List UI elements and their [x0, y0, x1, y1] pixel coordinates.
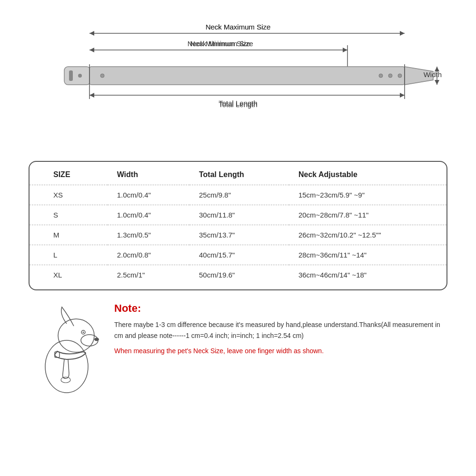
dog-svg: [29, 300, 105, 395]
table-row: M 1.3cm/0.5" 35cm/13.7" 26cm~32cm/10.2" …: [30, 225, 446, 245]
svg-rect-7: [64, 67, 90, 85]
table-row: XS 1.0cm/0.4" 25cm/9.8" 15cm~23cm/5.9" ~…: [30, 185, 446, 205]
svg-rect-10: [89, 67, 405, 85]
diagram-section: Neck Maximum Size Neck Minimum Size: [33, 19, 443, 152]
col-size: SIZE: [30, 167, 108, 185]
cell-width: 1.0cm/0.4": [108, 205, 189, 225]
note-section: Note: There maybe 1-3 cm difference beca…: [29, 300, 447, 397]
note-title: Note:: [114, 300, 447, 317]
cell-total-length: 25cm/9.8": [189, 185, 289, 205]
svg-point-27: [94, 338, 99, 341]
svg-marker-20: [89, 93, 94, 98]
cell-width: 2.0cm/0.8": [108, 245, 189, 265]
col-width: Width: [108, 167, 189, 185]
svg-point-24: [45, 340, 88, 393]
page-container: Neck Maximum Size Neck Minimum Size: [0, 0, 476, 476]
svg-point-14: [398, 74, 402, 78]
neck-min-text: Neck Minimum Size: [190, 40, 253, 48]
cell-total-length: 50cm/19.6": [189, 265, 289, 285]
svg-marker-5: [343, 48, 347, 52]
svg-point-25: [58, 319, 94, 352]
col-neck-adjustable: Neck Adjustable: [289, 167, 446, 185]
size-table: SIZE Width Total Length Neck Adjustable …: [30, 167, 446, 285]
cell-size: L: [30, 245, 108, 265]
col-total-length: Total Length: [189, 167, 289, 185]
svg-point-15: [100, 74, 104, 78]
width-text: Width: [424, 70, 442, 79]
cell-size: M: [30, 225, 108, 245]
cell-neck-adjustable: 36cm~46cm/14" ~18": [289, 265, 446, 285]
svg-marker-21: [400, 93, 405, 98]
svg-marker-1: [89, 31, 94, 36]
table-row: XL 2.5cm/1" 50cm/19.6" 36cm~46cm/14" ~18…: [30, 265, 446, 285]
cell-neck-adjustable: 28cm~36cm/11" ~14": [289, 245, 446, 265]
collar-diagram-svg: Neck Maximum Size Neck Minimum Size: [33, 19, 443, 148]
svg-point-12: [379, 74, 383, 78]
table-row: S 1.0cm/0.4" 30cm/11.8" 20cm~28cm/7.8" ~…: [30, 205, 446, 225]
cell-size: S: [30, 205, 108, 225]
total-length-text: Total Length: [218, 99, 258, 107]
cell-neck-adjustable: 20cm~28cm/7.8" ~11": [289, 205, 446, 225]
cell-neck-adjustable: 26cm~32cm/10.2" ~12.5"": [289, 225, 446, 245]
table-header-row: SIZE Width Total Length Neck Adjustable: [30, 167, 446, 185]
svg-rect-8: [69, 70, 73, 81]
svg-marker-4: [89, 48, 94, 52]
cell-size: XS: [30, 185, 108, 205]
dog-illustration: [29, 300, 105, 397]
svg-marker-2: [400, 31, 405, 36]
cell-width: 2.5cm/1": [108, 265, 189, 285]
table-row: L 2.0cm/0.8" 40cm/15.7" 28cm~36cm/11" ~1…: [30, 245, 446, 265]
cell-width: 1.0cm/0.4": [108, 185, 189, 205]
note-text: Note: There maybe 1-3 cm difference beca…: [114, 300, 447, 356]
svg-point-31: [61, 377, 70, 383]
cell-total-length: 35cm/13.7": [189, 225, 289, 245]
cell-total-length: 40cm/15.7": [189, 245, 289, 265]
note-highlight: When measuring the pet's Neck Size, leav…: [114, 346, 447, 356]
svg-point-29: [83, 332, 84, 333]
cell-neck-adjustable: 15cm~23cm/5.9" ~9": [289, 185, 446, 205]
neck-max-text: Neck Maximum Size: [206, 23, 271, 31]
cell-total-length: 30cm/11.8": [189, 205, 289, 225]
size-table-section: SIZE Width Total Length Neck Adjustable …: [29, 161, 447, 290]
svg-point-13: [388, 74, 392, 78]
svg-point-9: [78, 74, 82, 78]
svg-marker-18: [435, 80, 439, 85]
cell-size: XL: [30, 265, 108, 285]
note-body: There maybe 1-3 cm difference because it…: [114, 319, 447, 341]
cell-width: 1.3cm/0.5": [108, 225, 189, 245]
